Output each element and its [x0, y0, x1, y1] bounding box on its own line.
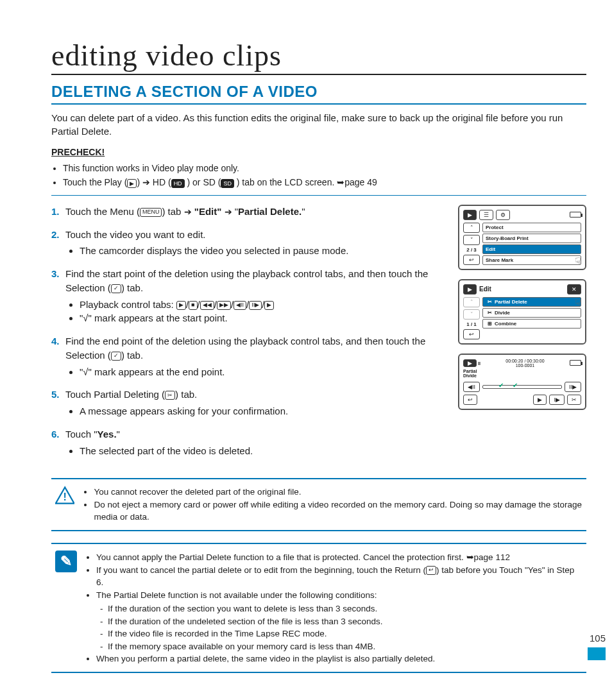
page-number: 105	[588, 633, 606, 644]
note-icon: ✎	[55, 551, 77, 572]
steps-list: Touch the Menu (MENU) tab ➔ "Edit" ➔ "Pa…	[51, 205, 446, 458]
down-button[interactable]: ˅	[463, 309, 480, 320]
step-5-sub: A message appears asking for your confir…	[80, 404, 446, 418]
menu-item-combine[interactable]: ⊞Combine	[482, 319, 581, 329]
step-3: Find the start point of the deletion usi…	[51, 267, 446, 325]
up-button[interactable]: ˄	[463, 223, 480, 233]
step-5: Touch Partial Deleting (✂) tab. A messag…	[51, 388, 446, 418]
ff-control-icon: ▶▶	[217, 301, 231, 310]
intro-text: You can delete part of a video. As this …	[51, 111, 586, 138]
menu-item-partial-delete[interactable]: ✂Partial Delete	[482, 297, 581, 307]
stepback-control-icon: ◀II	[234, 301, 246, 310]
step-2-sub: The camcorder displays the video you sel…	[80, 244, 446, 258]
return-button[interactable]: ↩	[463, 255, 480, 265]
play-icon: ▶	[127, 179, 137, 188]
menu-item-edit[interactable]: Edit	[482, 244, 581, 254]
arrow-icon: ➔	[225, 207, 232, 217]
menu-item-share[interactable]: Share Mark	[482, 255, 581, 265]
step-6-sub: The selected part of the video is delete…	[80, 444, 446, 458]
precheck-block: PRECHECK! This function works in Video p…	[51, 147, 586, 190]
step-3-sub: Playback control tabs: ▶/■/◀◀/▶▶/◀II/II▶…	[80, 298, 446, 312]
step-3-sub: "√" mark appears at the start point.	[80, 311, 446, 325]
file-number: 100-0001	[516, 363, 535, 368]
step-2: Touch the video you want to edit. The ca…	[51, 228, 446, 259]
svg-text:!: !	[64, 491, 67, 502]
menu-icon: MENU	[140, 208, 162, 217]
menu-item-storyboard[interactable]: Story-Board Print	[482, 234, 581, 243]
stepfwd-control-icon: II▶	[249, 301, 262, 310]
reference-arrow-icon: ➥	[337, 177, 344, 187]
battery-icon	[570, 212, 581, 218]
note-callout: ✎ You cannot apply the Partial Delete fu…	[51, 543, 586, 673]
close-button[interactable]: ✕	[567, 284, 581, 295]
partial-delete-icon: ✂	[165, 391, 175, 400]
step-6: Touch "Yes." The selected part of the vi…	[51, 427, 446, 458]
step-1: Touch the Menu (MENU) tab ➔ "Edit" ➔ "Pa…	[51, 205, 446, 219]
step-4: Find the end point of the deletion using…	[51, 334, 446, 379]
menu-tab[interactable]: ☰	[479, 210, 493, 220]
precheck-item: This function works in Video play mode o…	[63, 161, 586, 175]
chapter-title: editing video clips	[51, 38, 586, 75]
note-subitem: If the memory space available on your me…	[108, 640, 582, 653]
divider	[51, 195, 586, 196]
note-subitem: If the video file is recorded in the Tim…	[108, 627, 582, 640]
return-button[interactable]: ↩	[463, 329, 480, 339]
stop-control-icon: ■	[189, 301, 197, 310]
note-item: When you perform a partial delete, the s…	[96, 653, 582, 665]
note-subitem: If the duration of the section you want …	[108, 602, 582, 615]
hd-icon: HD	[171, 179, 185, 188]
warning-item: You cannot recover the deleted part of t…	[94, 486, 582, 499]
mode-label: Partial Divide	[463, 369, 581, 378]
sd-icon: SD	[221, 179, 234, 188]
play-button[interactable]: ▶	[533, 395, 547, 405]
arrow-icon: ➔	[184, 207, 192, 217]
return-button[interactable]: ↩	[463, 395, 477, 405]
stepback-button[interactable]: ◀II	[463, 382, 480, 392]
note-item: You cannot apply the Partial Delete func…	[96, 551, 582, 564]
rewind-control-icon: ◀◀	[200, 301, 214, 310]
section-title: DELETING A SECTION OF A VIDEO	[51, 83, 586, 105]
down-button[interactable]: ˅	[463, 235, 480, 245]
page-number-block: 105	[588, 633, 606, 660]
partial-delete-label: Partial Delete.	[238, 206, 302, 217]
framefwd-button[interactable]: I▶	[549, 395, 565, 405]
menu-item-divide[interactable]: ✂Divide	[482, 308, 581, 318]
lcd-menu-screen: ▶ ☰ ⚙ ˄ ˅ 2 / 3 ↩ Protect Story-Boa	[458, 205, 586, 270]
stepfwd-button[interactable]: II▶	[565, 382, 581, 392]
note-subitem: If the duration of the undeleted section…	[108, 615, 582, 628]
play-tab[interactable]: ▶	[463, 210, 477, 220]
time-counter: 00:00:20 / 00:30:00	[506, 359, 544, 363]
menu-item-protect[interactable]: Protect	[482, 223, 581, 232]
reference-arrow-icon: ➥	[466, 552, 474, 562]
warning-icon: !	[55, 486, 74, 505]
return-icon: ↩	[426, 566, 436, 575]
cut-button[interactable]: ✂	[567, 395, 581, 405]
selection-icon: ✓	[111, 352, 121, 361]
page-counter: 2 / 3	[463, 247, 480, 253]
play-tab[interactable]: ▶	[463, 359, 477, 367]
progress-slider[interactable]: ✔ ✔	[482, 385, 562, 389]
lcd-edit-screen: ▶ Edit ✕ ˄ ˅ 1 / 1 ↩ ✂Partial Delete ✂Di…	[458, 279, 586, 345]
page-tab-decoration	[588, 647, 606, 660]
note-item: If you want to cancel the partial delete…	[96, 564, 582, 589]
precheck-item: Touch the Play (▶) ➔ HD (HD ) or SD (SD …	[63, 175, 586, 189]
settings-tab[interactable]: ⚙	[496, 210, 510, 220]
arrow-icon: ➔	[142, 177, 150, 187]
note-item: The Partial Delete function is not avail…	[96, 589, 582, 653]
screen-title: Edit	[479, 286, 491, 293]
warning-callout: ! You cannot recover the deleted part of…	[51, 478, 586, 531]
play-tab[interactable]: ▶	[463, 284, 477, 295]
warning-item: Do not eject a memory card or power off …	[94, 499, 582, 524]
selection-icon: ✓	[111, 284, 121, 293]
battery-icon	[570, 360, 581, 366]
play-control-icon: ▶	[176, 301, 186, 310]
play-control-icon: ▶	[264, 301, 274, 310]
precheck-heading: PRECHECK!	[51, 147, 586, 157]
lcd-playback-screen: ▶ II 00:00:20 / 00:30:00100-0001 Partial…	[458, 354, 586, 410]
up-button[interactable]: ˄	[463, 297, 480, 307]
step-4-sub: "√" mark appears at the end point.	[80, 365, 446, 379]
page-counter: 1 / 1	[463, 321, 480, 327]
